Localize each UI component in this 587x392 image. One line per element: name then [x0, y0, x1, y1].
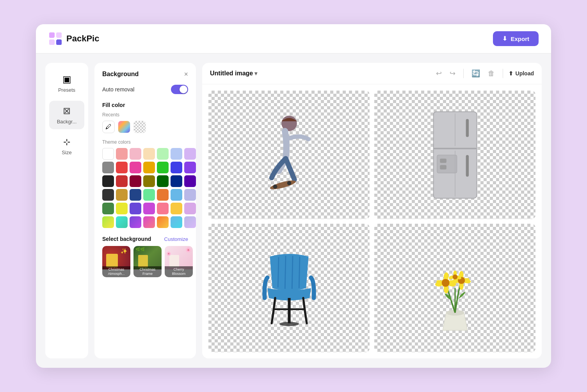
chevron-down-icon[interactable]: ▾	[254, 70, 257, 77]
export-button[interactable]: ⬇ Export	[493, 31, 539, 46]
recents-row: 🖊	[102, 121, 188, 133]
color-swatch[interactable]	[171, 175, 182, 187]
color-swatch[interactable]	[130, 162, 141, 173]
svg-point-8	[287, 181, 291, 185]
color-swatch[interactable]	[171, 148, 182, 160]
color-swatch[interactable]	[157, 189, 169, 201]
bg-preset-label-3: CherryBlossom	[165, 266, 193, 277]
image-cell-skater[interactable]	[208, 91, 370, 219]
image-cell-chair[interactable]	[208, 224, 370, 352]
color-swatch[interactable]	[102, 162, 114, 173]
color-swatch[interactable]	[102, 148, 114, 160]
size-icon: ⊹	[63, 137, 70, 147]
sidebar-label-size: Size	[62, 150, 71, 155]
color-grid	[102, 148, 188, 228]
svg-rect-2	[56, 32, 62, 38]
skater-subject	[208, 91, 370, 219]
bg-preset-cherry-blossom[interactable]: 🌸 🌸 CherryBlossom	[165, 246, 193, 277]
image-cell-flowers[interactable]	[374, 224, 535, 352]
svg-point-23	[279, 322, 299, 326]
color-swatch[interactable]	[184, 175, 196, 187]
auto-removal-label: Auto removal	[102, 86, 134, 93]
app-window: PackPic ⬇ Export ▣ Presets ⊠ Backgr... ⊹…	[36, 24, 551, 368]
canvas-area: Untitled image ▾ ↩ ↪ 🔄 🗑 ⬆ Upload	[202, 63, 542, 358]
upload-icon: ⬆	[509, 70, 513, 77]
svg-rect-3	[56, 39, 62, 45]
color-swatch[interactable]	[102, 175, 114, 187]
gradient-color-swatch[interactable]	[130, 216, 141, 228]
svg-line-19	[285, 256, 286, 289]
eyedropper-button[interactable]: 🖊	[102, 121, 115, 133]
image-cell-fridge[interactable]	[374, 91, 535, 219]
color-swatch[interactable]	[143, 189, 155, 201]
skater-svg	[254, 112, 324, 198]
upload-button[interactable]: ⬆ Upload	[509, 70, 534, 77]
color-swatch[interactable]	[130, 203, 141, 214]
svg-line-21	[299, 257, 300, 288]
select-background-header: Select background Customize	[102, 236, 188, 242]
color-swatch[interactable]	[143, 162, 155, 173]
canvas-toolbar: Untitled image ▾ ↩ ↪ 🔄 🗑 ⬆ Upload	[202, 63, 542, 84]
delete-button[interactable]: 🗑	[486, 68, 497, 78]
color-swatch[interactable]	[102, 203, 114, 214]
toolbar-separator-2	[503, 69, 503, 78]
bg-preset-christmas-atmosph[interactable]: ✨ ChristmasAtmosph...	[102, 246, 130, 277]
color-swatch[interactable]	[116, 148, 128, 160]
svg-rect-1	[49, 39, 55, 45]
theme-colors-label: Theme colors	[102, 139, 188, 145]
fill-color-title: Fill color	[102, 102, 188, 108]
gradient-color-swatch[interactable]	[116, 216, 128, 228]
sidebar-item-background[interactable]: ⊠ Backgr...	[49, 101, 84, 129]
fridge-svg	[426, 108, 484, 202]
undo-button[interactable]: ↩	[434, 68, 444, 78]
color-swatch[interactable]	[116, 175, 128, 187]
customize-link[interactable]: Customize	[164, 236, 188, 242]
color-swatch[interactable]	[171, 162, 182, 173]
gradient-color-swatch[interactable]	[171, 216, 182, 228]
flowers-svg	[420, 241, 490, 335]
transparent-swatch[interactable]	[133, 121, 146, 133]
color-swatch[interactable]	[143, 175, 155, 187]
color-swatch[interactable]	[102, 189, 114, 201]
redo-button[interactable]: ↪	[447, 68, 458, 78]
svg-line-18	[278, 257, 279, 287]
color-swatch[interactable]	[143, 148, 155, 160]
recents-label: Recents	[102, 112, 188, 118]
gradient-color-swatch[interactable]	[143, 216, 155, 228]
auto-removal-toggle[interactable]	[171, 85, 188, 94]
color-swatch[interactable]	[130, 148, 141, 160]
close-button[interactable]: ×	[184, 71, 188, 78]
color-swatch[interactable]	[171, 189, 182, 201]
color-swatch[interactable]	[184, 148, 196, 160]
main-area: ▣ Presets ⊠ Backgr... ⊹ Size Background …	[36, 53, 551, 368]
gradient-color-swatch[interactable]	[157, 216, 169, 228]
color-swatch[interactable]	[157, 148, 169, 160]
flowers-subject	[374, 224, 535, 352]
color-swatch[interactable]	[157, 175, 169, 187]
svg-point-34	[441, 279, 449, 287]
color-swatch[interactable]	[143, 203, 155, 214]
svg-rect-14	[440, 159, 446, 163]
color-swatch[interactable]	[184, 203, 196, 214]
gradient-color-swatch[interactable]	[102, 216, 114, 228]
color-swatch[interactable]	[116, 162, 128, 173]
svg-rect-4	[54, 37, 57, 40]
bg-preset-label-2: ChristmasFrame	[133, 266, 162, 277]
gradient-color-swatch[interactable]	[184, 216, 196, 228]
bg-preset-christmas-frame[interactable]: 🌿🌿 ChristmasFrame	[133, 246, 162, 277]
color-swatch[interactable]	[184, 189, 196, 201]
sidebar-item-presets[interactable]: ▣ Presets	[49, 69, 84, 98]
color-swatch[interactable]	[157, 203, 169, 214]
sidebar-item-size[interactable]: ⊹ Size	[49, 132, 84, 160]
color-swatch[interactable]	[171, 203, 182, 214]
fridge-subject	[374, 91, 535, 219]
color-swatch[interactable]	[184, 162, 196, 173]
refresh-button[interactable]: 🔄	[469, 68, 482, 78]
gradient-swatch[interactable]	[118, 121, 130, 133]
toolbar-separator-1	[463, 69, 464, 78]
color-swatch[interactable]	[157, 162, 169, 173]
color-swatch[interactable]	[130, 175, 141, 187]
color-swatch[interactable]	[116, 203, 128, 214]
color-swatch[interactable]	[116, 189, 128, 201]
color-swatch[interactable]	[130, 189, 141, 201]
